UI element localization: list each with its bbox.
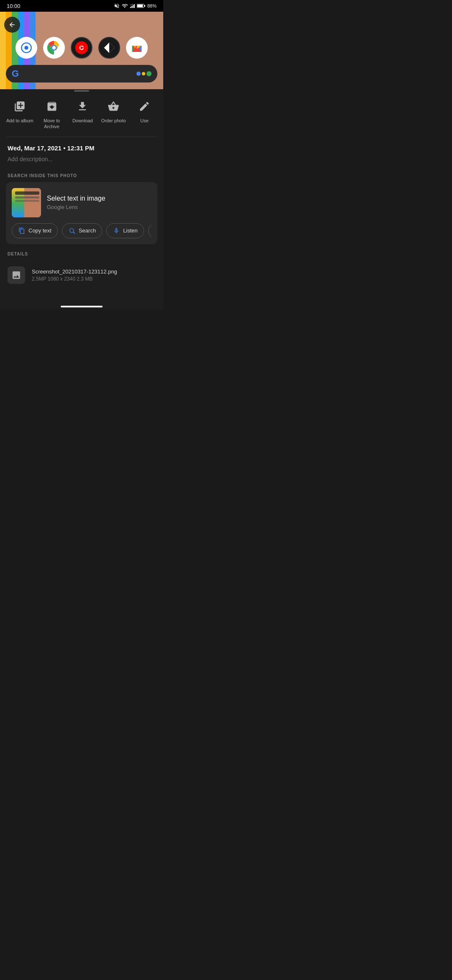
google-g-logo: G — [12, 68, 19, 79]
copy-text-label: Copy text — [28, 227, 51, 234]
battery-percentage: 88% — [147, 3, 157, 8]
use-as-icon — [136, 98, 152, 114]
listen-icon — [113, 227, 120, 235]
signal-icon — [130, 3, 135, 9]
download-label: Download — [72, 118, 93, 124]
svg-line-19 — [73, 232, 75, 234]
search-inside-label: SEARCH INSIDE THIS PHOTO — [0, 173, 163, 182]
copy-icon — [18, 227, 26, 235]
photo-date: Wed, Mar 17, 2021 • 12:31 PM — [8, 144, 156, 152]
lens-thumbnail — [12, 188, 41, 217]
download-action[interactable]: Download — [70, 98, 95, 130]
status-bar: 10:00 88% — [0, 0, 163, 12]
svg-rect-2 — [133, 5, 134, 8]
back-arrow-icon — [8, 21, 16, 28]
youtube-music-app-icon[interactable] — [71, 37, 92, 59]
actions-row: Add to album Move toArchive Download — [0, 94, 163, 137]
app-icons-row: M — [0, 37, 163, 59]
order-photo-label: Order photo — [101, 118, 126, 124]
translate-button[interactable]: T — [148, 223, 152, 238]
add-album-icon — [12, 98, 28, 114]
youtube-music-inner-icon — [75, 41, 88, 54]
move-to-archive-action[interactable]: Move toArchive — [39, 98, 64, 130]
file-item: Screenshot_20210317-123112.png 2.5MP 108… — [8, 260, 156, 290]
camera-inner-icon — [21, 42, 32, 54]
google-dots — [136, 71, 152, 76]
svg-rect-5 — [144, 5, 145, 7]
wifi-icon — [122, 3, 128, 9]
order-icon — [105, 98, 121, 114]
gmail-inner-icon: M — [131, 41, 143, 54]
svg-text:M: M — [132, 45, 137, 52]
wallpaper-area: M G — [0, 12, 163, 89]
lens-card-info: Select text in image Google Lens — [47, 195, 105, 210]
nav-bar — [0, 302, 163, 309]
chrome-app-icon[interactable] — [43, 37, 65, 59]
search-lens-icon — [68, 227, 76, 235]
file-meta: 2.5MP 452 x 980 2.3 MB — [32, 276, 117, 282]
svg-rect-0 — [130, 7, 131, 8]
gmail-app-icon[interactable]: M — [126, 37, 148, 59]
archive-icon — [44, 98, 60, 114]
add-to-album-label: Add to album — [6, 118, 33, 124]
search-button[interactable]: Search — [62, 223, 102, 238]
date-section: Wed, Mar 17, 2021 • 12:31 PM Add descrip… — [0, 137, 163, 173]
lens-buttons: Copy text Search List — [12, 223, 152, 238]
back-button[interactable] — [4, 17, 20, 33]
svg-rect-3 — [134, 4, 135, 8]
lens-card: Select text in image Google Lens Copy te… — [6, 182, 157, 244]
google-search-bar[interactable]: G — [6, 65, 157, 83]
nav-pill — [61, 306, 103, 307]
monochrome-app-icon[interactable] — [98, 37, 120, 59]
handle-bar — [74, 90, 89, 92]
copy-text-button[interactable]: Copy text — [12, 223, 58, 238]
monochrome-inner-icon — [103, 41, 116, 54]
lens-card-title: Select text in image — [47, 195, 105, 202]
download-icon — [74, 98, 90, 114]
status-time: 10:00 — [7, 3, 21, 9]
camera-app-icon[interactable] — [15, 37, 37, 59]
bottom-sheet: Add to album Move toArchive Download — [0, 86, 163, 302]
image-file-icon — [11, 270, 21, 280]
details-section: Screenshot_20210317-123112.png 2.5MP 108… — [0, 260, 163, 290]
mute-icon — [114, 3, 120, 9]
listen-button[interactable]: Listen — [106, 223, 144, 238]
use-as-action[interactable]: Use — [132, 98, 157, 130]
use-as-label: Use — [140, 118, 149, 124]
file-name: Screenshot_20210317-123112.png — [32, 268, 117, 275]
photo-description[interactable]: Add description... — [8, 156, 156, 162]
battery-icon — [137, 3, 145, 9]
search-label: Search — [79, 227, 96, 234]
file-info: Screenshot_20210317-123112.png 2.5MP 108… — [32, 268, 117, 282]
svg-point-8 — [24, 46, 28, 49]
lens-card-subtitle: Google Lens — [47, 204, 105, 210]
details-label: DETAILS — [0, 252, 163, 260]
order-photo-action[interactable]: Order photo — [101, 98, 126, 130]
svg-rect-6 — [137, 5, 143, 7]
listen-label: Listen — [123, 227, 138, 234]
move-to-archive-label: Move toArchive — [44, 118, 60, 130]
svg-rect-1 — [131, 6, 132, 8]
svg-point-11 — [52, 46, 56, 50]
add-to-album-action[interactable]: Add to album — [6, 98, 33, 130]
status-icons: 88% — [114, 3, 157, 9]
file-icon — [8, 266, 25, 284]
chrome-inner-icon — [47, 41, 61, 55]
lens-card-top: Select text in image Google Lens — [12, 188, 152, 217]
